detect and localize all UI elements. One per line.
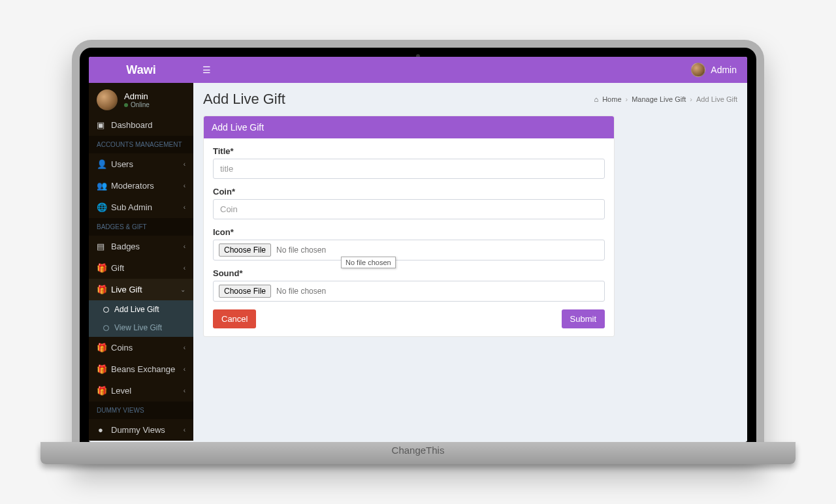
chevron-left-icon: ‹ xyxy=(184,344,185,351)
sidebar-item-subadmin[interactable]: 🌐Sub Admin ‹ xyxy=(89,197,193,218)
sidebar-item-level[interactable]: 🎁Level ‹ xyxy=(89,380,193,402)
chevron-left-icon: ‹ xyxy=(184,426,185,433)
sidebar-label: Users xyxy=(111,159,133,169)
user-menu-button[interactable]: Admin xyxy=(691,63,747,77)
gift-icon: 🎁 xyxy=(97,364,104,374)
breadcrumb-sep-icon: › xyxy=(626,95,628,103)
sidebar-item-livegift[interactable]: 🎁Live Gift ⌄ xyxy=(89,279,193,300)
sidebar-item-badges[interactable]: ▤Badges ‹ xyxy=(89,236,193,257)
icon-file-row: Choose File No file chosen xyxy=(213,240,605,260)
icon-file-status: No file chosen xyxy=(276,245,326,255)
chevron-left-icon: ‹ xyxy=(184,387,185,394)
icon-choose-file-button[interactable]: Choose File xyxy=(219,244,271,257)
sidebar-header-accounts: ACCOUNTS MANAGEMENT xyxy=(89,136,193,153)
gift-icon: 🎁 xyxy=(97,343,104,353)
main-content: Add Live Gift ⌂ Home › Manage Live Gift … xyxy=(193,83,747,441)
sidebar-label: Live Gift xyxy=(111,285,142,294)
chevron-left-icon: ‹ xyxy=(184,243,185,250)
sound-file-status: No file chosen xyxy=(276,287,326,296)
panel-title: Add Live Gift xyxy=(204,116,614,138)
topbar: Wawi ☰ Admin xyxy=(89,57,747,83)
sidebar-item-dashboard[interactable]: ▣Dashboard xyxy=(89,114,193,136)
breadcrumb-managelive[interactable]: Manage Live Gift xyxy=(632,95,686,103)
title-input[interactable] xyxy=(213,159,605,179)
livegift-submenu: Add Live Gift View Live Gift xyxy=(89,300,193,337)
globe-icon: 🌐 xyxy=(97,202,104,212)
submenu-item-viewlive[interactable]: View Live Gift xyxy=(89,319,193,337)
avatar-large-icon xyxy=(97,89,118,110)
form-panel: Add Live Gift Title* Coin* xyxy=(203,116,615,337)
circle-icon: ● xyxy=(97,425,104,435)
chevron-left-icon: ‹ xyxy=(184,204,185,211)
submenu-item-addlive[interactable]: Add Live Gift xyxy=(89,300,193,319)
gift-icon: 🎁 xyxy=(97,263,104,273)
circle-o-icon xyxy=(103,325,109,331)
coin-label: Coin* xyxy=(213,187,605,197)
device-frame: Wawi ☰ Admin Admin xyxy=(72,40,764,464)
submit-button[interactable]: Submit xyxy=(562,309,605,328)
bars-icon: ☰ xyxy=(202,65,211,75)
sidebar-item-dummyviews[interactable]: ●Dummy Views ‹ xyxy=(89,419,193,441)
avatar-icon xyxy=(691,63,705,77)
page-header: Add Live Gift ⌂ Home › Manage Live Gift … xyxy=(203,91,737,108)
user-icon: 👤 xyxy=(97,159,104,169)
user-panel-name: Admin xyxy=(124,91,150,101)
page-title: Add Live Gift xyxy=(203,91,285,108)
device-inner: Wawi ☰ Admin Admin xyxy=(80,48,756,442)
panel-body: Title* Coin* Icon* Choose File xyxy=(204,138,614,336)
status-text: Online xyxy=(131,101,150,108)
sidebar-label: Level xyxy=(111,386,131,396)
user-panel-status: Online xyxy=(124,101,150,108)
chevron-left-icon: ‹ xyxy=(184,182,185,189)
sidebar-toggle-button[interactable]: ☰ xyxy=(193,65,220,75)
brand-logo[interactable]: Wawi xyxy=(89,63,193,77)
sidebar-label: Dummy Views xyxy=(111,425,165,435)
sidebar-header-dummy: Dummy Views xyxy=(89,402,193,419)
file-tooltip: No file chosen xyxy=(341,257,396,268)
sidebar-label: Beans Exchange xyxy=(111,364,175,374)
online-dot-icon xyxy=(124,103,128,107)
breadcrumb-sep-icon: › xyxy=(690,95,692,103)
circle-o-icon xyxy=(103,307,109,313)
sound-label: Sound* xyxy=(213,268,605,278)
icon-label: Icon* xyxy=(213,227,605,237)
sidebar-header-badges: BADGES & GIFT xyxy=(89,218,193,236)
sidebar-item-beans[interactable]: 🎁Beans Exchange ‹ xyxy=(89,358,193,380)
user-panel: Admin Online xyxy=(89,83,193,114)
sidebar-label: Dashboard xyxy=(111,120,153,130)
coin-input[interactable] xyxy=(213,199,605,219)
sidebar-item-users[interactable]: 👤Users ‹ xyxy=(89,153,193,175)
title-label: Title* xyxy=(213,146,605,156)
sound-file-row: Choose File No file chosen xyxy=(213,281,605,302)
breadcrumb: ⌂ Home › Manage Live Gift › Add Live Gif… xyxy=(594,95,737,103)
gift-icon: 🎁 xyxy=(97,386,104,396)
book-icon: ▤ xyxy=(97,242,104,251)
sidebar-label: Badges xyxy=(111,242,140,251)
submenu-label: Add Live Gift xyxy=(114,305,159,314)
users-icon: 👥 xyxy=(97,181,104,191)
sidebar-item-gift[interactable]: 🎁Gift ‹ xyxy=(89,257,193,279)
chevron-left-icon: ‹ xyxy=(184,264,185,272)
breadcrumb-current: Add Live Gift xyxy=(696,95,737,103)
topbar-username: Admin xyxy=(711,65,737,75)
sound-choose-file-button[interactable]: Choose File xyxy=(219,285,271,298)
chevron-down-icon: ⌄ xyxy=(180,286,185,293)
sidebar-item-moderators[interactable]: 👥Moderators ‹ xyxy=(89,175,193,197)
sidebar: Admin Online ▣Dashboard ACCOUNTS MANAGEM… xyxy=(89,83,193,441)
sidebar-item-coins[interactable]: 🎁Coins ‹ xyxy=(89,337,193,358)
gift-icon: 🎁 xyxy=(97,285,104,294)
sidebar-label: Gift xyxy=(111,263,124,273)
sidebar-label: Coins xyxy=(111,343,133,353)
sidebar-label: Sub Admin xyxy=(111,202,152,212)
device-base-text: ChangeThis xyxy=(392,445,445,456)
breadcrumb-home[interactable]: Home xyxy=(602,95,621,103)
chevron-left-icon: ‹ xyxy=(184,161,185,168)
chevron-left-icon: ‹ xyxy=(184,366,185,373)
home-icon: ⌂ xyxy=(594,95,599,103)
sidebar-label: Moderators xyxy=(111,181,154,191)
screen[interactable]: Wawi ☰ Admin Admin xyxy=(89,57,747,442)
submenu-label: View Live Gift xyxy=(114,323,162,332)
dashboard-icon: ▣ xyxy=(97,120,104,130)
cancel-button[interactable]: Cancel xyxy=(213,309,256,328)
device-base: ChangeThis xyxy=(40,442,796,464)
